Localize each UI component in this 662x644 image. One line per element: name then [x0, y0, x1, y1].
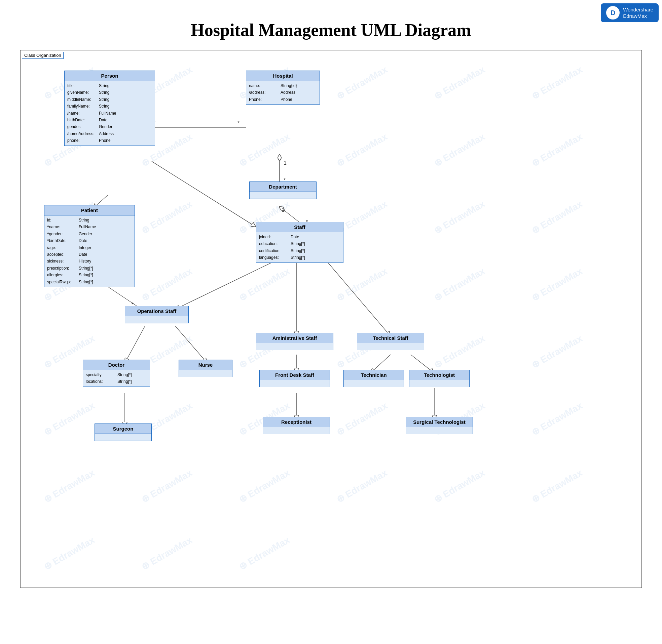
class-department-header: Department	[249, 182, 316, 192]
class-staff-body: joined:Date education:String[*] certific…	[256, 232, 343, 262]
class-person-header: Person	[65, 71, 155, 81]
diagram-container: Class Organization ⊕ EdrawMax ⊕ EdrawMax…	[20, 50, 642, 588]
class-surgical-technologist-header: Surgical Technologist	[406, 417, 472, 427]
class-technician-body	[344, 380, 404, 387]
class-front-desk-staff-body	[260, 380, 330, 387]
class-surgeon: Surgeon	[94, 423, 152, 441]
logo-badge: D Wondershare EdrawMax	[601, 3, 659, 22]
svg-text:1: 1	[284, 160, 287, 166]
logo-icon: D	[606, 6, 620, 20]
class-front-desk-staff: Front Desk Staff	[259, 370, 330, 387]
svg-line-10	[152, 161, 256, 227]
svg-line-17	[125, 326, 145, 363]
page-title: Hospital Management UML Diagram	[0, 0, 662, 47]
class-person: Person title:String givenName:String mid…	[64, 71, 155, 146]
class-doctor-body: specialty:String[*] locations:String[*]	[83, 370, 150, 387]
logo-text: Wondershare EdrawMax	[623, 6, 653, 20]
svg-line-18	[175, 326, 207, 363]
class-hospital-body: name:String{id} /address:Address Phone:P…	[246, 81, 319, 104]
class-technician-header: Technician	[344, 370, 404, 380]
class-department-body	[249, 192, 316, 199]
class-nurse-header: Nurse	[179, 360, 232, 370]
class-technologist-body	[410, 380, 469, 387]
svg-line-14	[175, 257, 283, 309]
class-doctor-header: Doctor	[83, 360, 150, 370]
svg-line-16	[323, 257, 391, 336]
class-hospital: Hospital name:String{id} /address:Addres…	[246, 71, 320, 105]
svg-text:1: 1	[282, 207, 285, 213]
class-administrative-staff: Aministrative Staff	[256, 333, 333, 350]
class-front-desk-staff-header: Front Desk Staff	[260, 370, 330, 380]
class-administrative-staff-body	[256, 343, 333, 350]
class-hospital-header: Hospital	[246, 71, 319, 81]
class-technical-staff: Technical Staff	[357, 333, 424, 350]
class-doctor: Doctor specialty:String[*] locations:Str…	[83, 360, 150, 387]
class-operations-staff: Operations Staff	[125, 306, 189, 323]
class-receptionist-header: Receptionist	[263, 417, 330, 427]
class-patient-header: Patient	[44, 205, 135, 215]
class-technologist: Technologist	[409, 370, 469, 387]
class-surgical-technologist: Surgical Technologist	[406, 417, 473, 434]
class-receptionist: Receptionist	[263, 417, 330, 434]
class-surgeon-header: Surgeon	[95, 424, 151, 434]
class-nurse-body	[179, 370, 232, 377]
class-nurse: Nurse	[179, 360, 233, 377]
class-administrative-staff-header: Aministrative Staff	[256, 333, 333, 343]
class-operations-staff-header: Operations Staff	[125, 306, 189, 316]
class-operations-staff-body	[125, 316, 189, 323]
svg-text:*: *	[238, 120, 240, 126]
class-staff-header: Staff	[256, 222, 343, 232]
class-staff: Staff joined:Date education:String[*] ce…	[256, 222, 344, 263]
class-receptionist-body	[263, 427, 330, 434]
class-surgical-technologist-body	[406, 427, 472, 434]
class-person-body: title:String givenName:String middleName…	[65, 81, 155, 145]
class-technical-staff-header: Technical Staff	[357, 333, 424, 343]
class-technologist-header: Technologist	[410, 370, 469, 380]
class-technician: Technician	[344, 370, 404, 387]
org-label: Class Organization	[22, 52, 64, 59]
class-surgeon-body	[95, 434, 151, 441]
class-department: Department	[249, 182, 316, 199]
class-technical-staff-body	[357, 343, 424, 350]
class-patient: Patient id:String ^name:FullName ^gender…	[44, 205, 135, 287]
class-patient-body: id:String ^name:FullName ^gender:Gender …	[44, 215, 135, 287]
